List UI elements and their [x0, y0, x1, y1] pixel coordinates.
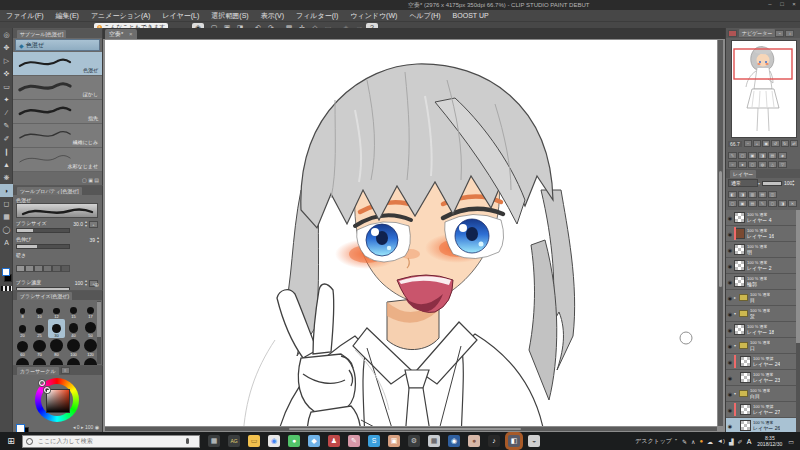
sv-picker-dot[interactable]	[44, 387, 50, 393]
network-icon[interactable]: ▟	[729, 438, 734, 445]
eraser-tool[interactable]: ◻	[0, 197, 13, 210]
layer-scrollbar[interactable]	[796, 210, 800, 432]
property-settings-icon[interactable]: ⊕	[94, 281, 99, 288]
property-dynamics-icon[interactable]: +	[89, 221, 98, 228]
layer-visibility-icon[interactable]: ◉	[726, 391, 734, 397]
brush-size-20[interactable]: 20	[14, 319, 31, 338]
layer-command-icon-5[interactable]: ◨	[778, 200, 787, 207]
operation-tool[interactable]: ▷	[0, 54, 13, 67]
decoration-tool[interactable]: ❋	[0, 171, 13, 184]
menu-item-6[interactable]: フィルター(I)	[290, 10, 344, 21]
game-app-icon[interactable]: ♟	[328, 435, 340, 447]
material-bar-icon-0[interactable]: ✎	[728, 152, 737, 159]
taskbar-clock[interactable]: 8:35 2018/12/30	[757, 435, 782, 447]
text-tool[interactable]: A	[0, 236, 13, 249]
media-app-icon[interactable]: ●	[288, 435, 300, 447]
layer-visibility-icon[interactable]: ◉	[726, 343, 734, 349]
material-bar-icon-4[interactable]: ▤	[768, 152, 777, 159]
layer-tab[interactable]: レイヤー	[730, 170, 756, 178]
paint-app-icon[interactable]: ✎	[348, 435, 360, 447]
menu-item-4[interactable]: 選択範囲(S)	[205, 10, 254, 21]
file-explorer-icon[interactable]: ▭	[248, 435, 260, 447]
settings-icon[interactable]: ⚙	[408, 435, 420, 447]
layer-command-icon-0[interactable]: ▢	[728, 200, 737, 207]
layer-row-目[interactable]: ◉▸100 % 通常目	[726, 290, 797, 306]
menu-item-1[interactable]: 編集(E)	[50, 10, 85, 21]
tablet-pen-icon[interactable]: ✐	[738, 438, 743, 445]
layer-row-レイヤー 27[interactable]: ◉100 % 乗算レイヤー 27	[726, 402, 797, 418]
brush-size-15[interactable]: 15	[65, 300, 82, 319]
layer-command-icon-6[interactable]: ✕	[788, 200, 797, 207]
hardness-step-2[interactable]	[34, 265, 43, 272]
layer-row-レイヤー 24[interactable]: ◉100 % 乗算レイヤー 24	[726, 354, 797, 370]
close-button[interactable]: ×	[788, 1, 800, 7]
subtool-item-0[interactable]: 色混ぜ	[13, 52, 102, 76]
chrome-icon[interactable]: ◉	[268, 435, 280, 447]
layer-command-icon-2[interactable]: ▤	[748, 200, 757, 207]
brush-size-40[interactable]: 40	[65, 319, 82, 338]
subtool-item-2[interactable]: 指先	[13, 100, 102, 124]
subtool-tab[interactable]: サブツール[色混ぜ]	[17, 30, 66, 38]
menu-item-8[interactable]: ヘルプ(H)	[403, 10, 446, 21]
avatar-app-icon[interactable]: ●	[468, 435, 480, 447]
clip-studio-tray-icon[interactable]: ●	[699, 438, 703, 444]
airbrush-tool[interactable]: ▲	[0, 158, 13, 171]
layer-visibility-icon[interactable]: ◉	[726, 263, 734, 269]
tool-property-tab[interactable]: ツールプロパティ[色混ぜ]	[17, 187, 82, 195]
subtool-footer-icons[interactable]: ▢ ▣ ▤	[82, 177, 99, 183]
tone-swatch[interactable]	[1, 286, 12, 291]
layer-row-レイヤー 23[interactable]: ◉100 % 通常レイヤー 23	[726, 370, 797, 386]
material-bar-icon-2[interactable]: ▣	[748, 152, 757, 159]
subview-tab-icon[interactable]: ⌁	[775, 30, 784, 37]
brush-tool[interactable]: ❙	[0, 145, 13, 158]
blend-dropdown-icon[interactable]: ▾	[758, 181, 760, 186]
onedrive-icon[interactable]: ☁	[707, 438, 713, 445]
layer-flag-icon-3[interactable]: ▤	[758, 191, 767, 198]
menu-item-0[interactable]: ファイル(F)	[0, 10, 50, 21]
layer-row-レイヤー 4[interactable]: ◉100 % 通常レイヤー 4	[726, 210, 797, 226]
edit-bar-icon-5[interactable]: ▽	[778, 161, 787, 168]
property-slider[interactable]	[16, 244, 70, 249]
brush-size-10[interactable]: 10	[31, 300, 48, 319]
hardness-step-1[interactable]	[25, 265, 34, 272]
brush-size-tab[interactable]: ブラシサイズ(色混ぜ)	[17, 292, 72, 300]
layer-row-レイヤー 18[interactable]: ◉100 % 通常レイヤー 18	[726, 322, 797, 338]
zoom-tool[interactable]: ◎	[0, 28, 13, 41]
foreground-color-swatch[interactable]	[2, 268, 10, 276]
layer-visibility-icon[interactable]: ◉	[726, 279, 734, 285]
layer-flag-icon-1[interactable]: ◨	[738, 191, 747, 198]
brush-size-8[interactable]: 8	[14, 300, 31, 319]
opacity-spinner[interactable]: ▴▾	[792, 179, 794, 187]
navigator-preview[interactable]	[731, 40, 797, 138]
subtool-item-3[interactable]: 繊維にじみ	[13, 124, 102, 148]
material-bar-icon-5[interactable]: ◈	[778, 152, 787, 159]
brush-size-12[interactable]: 12	[48, 300, 65, 319]
material-bar-icon-1[interactable]: ▢	[738, 152, 747, 159]
minimize-button[interactable]: –	[764, 1, 776, 7]
hardness-buttons[interactable]	[16, 258, 99, 276]
steam-icon[interactable]: ◉	[448, 435, 460, 447]
brush-size-70[interactable]: 70	[31, 338, 48, 357]
blend-tool[interactable]: ◗	[0, 184, 13, 197]
layer-row-口[interactable]: ◉▾100 % 通常口	[726, 338, 797, 354]
action-center-icon[interactable]: ▭	[788, 438, 794, 445]
layer-flag-icon-4[interactable]: ◫	[768, 191, 777, 198]
brush-size-60[interactable]: 60	[14, 338, 31, 357]
brush-size-100[interactable]: 100	[65, 338, 82, 357]
edit-bar-icon-4[interactable]: △	[768, 161, 777, 168]
layer-row-髪[interactable]: ◉▾100 % 通常髪	[726, 306, 797, 322]
brush-size-scrollbar[interactable]	[97, 301, 101, 364]
menu-item-5[interactable]: 表示(V)	[255, 10, 290, 21]
canvas-tab[interactable]: 空奏* ×	[105, 29, 137, 39]
brush-size-25[interactable]: 25	[31, 319, 48, 338]
task-view-icon[interactable]: ▦	[208, 435, 220, 447]
photos-app-icon[interactable]: ▣	[388, 435, 400, 447]
edit-bar-icon-3[interactable]: ◍	[758, 161, 767, 168]
skype-icon[interactable]: S	[368, 435, 380, 447]
flip-view-icon[interactable]: ⇄	[790, 140, 798, 147]
hue-picker-dot[interactable]	[39, 380, 45, 386]
layer-row-明[interactable]: ◉100 % 通常明	[726, 242, 797, 258]
zoom-out-icon[interactable]: −	[744, 140, 752, 147]
subtool-item-1[interactable]: ぼかし	[13, 76, 102, 100]
color-wheel-tab[interactable]: カラーサークル	[17, 367, 59, 375]
